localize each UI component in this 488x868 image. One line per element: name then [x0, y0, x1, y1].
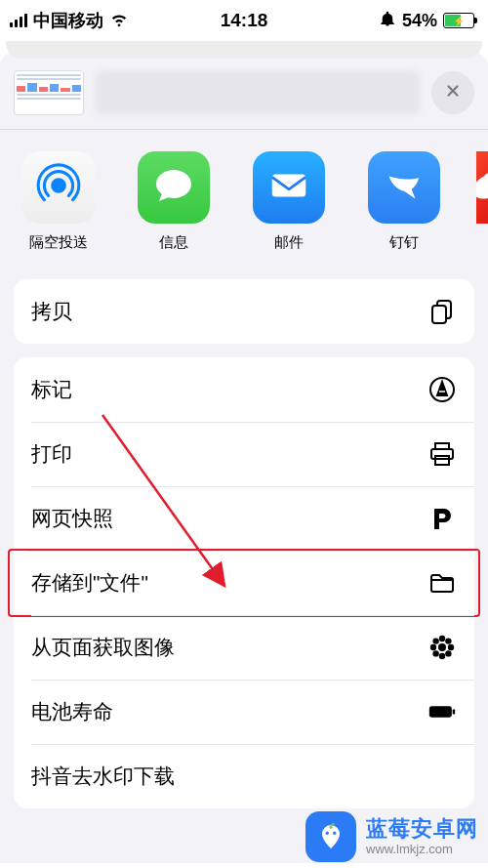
watermark: 蓝莓安卓网 www.lmkjz.com — [300, 806, 488, 868]
share-app-label: 信息 — [159, 233, 188, 252]
action-markup[interactable]: 标记 — [14, 357, 474, 422]
share-app-more[interactable] — [476, 151, 488, 252]
svg-point-0 — [53, 180, 65, 192]
close-button[interactable] — [431, 71, 474, 114]
status-time: 14:18 — [221, 10, 268, 31]
svg-point-15 — [432, 650, 438, 656]
svg-point-23 — [330, 826, 333, 829]
watermark-title: 蓝莓安卓网 — [366, 816, 478, 842]
carrier-label: 中国移动 — [33, 9, 103, 32]
dingtalk-icon — [382, 163, 427, 212]
mail-icon — [266, 163, 311, 212]
share-app-messages[interactable]: 信息 — [131, 151, 217, 252]
svg-point-10 — [439, 653, 445, 659]
print-icon — [427, 439, 457, 469]
action-group-copy: 拷贝 — [14, 279, 474, 344]
action-group-main: 标记 打印 网页快照 存储到"文件" 从页面获取图像 — [14, 357, 474, 808]
document-thumbnail — [14, 70, 84, 115]
action-label: 标记 — [31, 376, 72, 403]
svg-point-21 — [326, 832, 329, 835]
share-app-label: 邮件 — [274, 233, 304, 252]
more-icon — [427, 762, 457, 791]
document-title-redacted — [96, 71, 420, 114]
svg-rect-3 — [432, 306, 446, 323]
share-app-mail[interactable]: 邮件 — [246, 151, 332, 252]
action-web-snapshot[interactable]: 网页快照 — [14, 486, 474, 551]
background-page — [6, 41, 482, 59]
share-apps-row[interactable]: 隔空投送 信息 邮件 钉钉 — [0, 130, 488, 266]
watermark-icon — [305, 811, 356, 862]
flower-icon — [427, 633, 457, 662]
svg-point-22 — [333, 832, 336, 835]
svg-point-13 — [432, 638, 438, 643]
svg-rect-1 — [272, 175, 306, 197]
svg-point-16 — [445, 650, 451, 656]
action-douyin-download[interactable]: 抖音去水印下载 — [14, 744, 474, 808]
action-label: 存储到"文件" — [31, 569, 148, 597]
share-app-airdrop[interactable]: 隔空投送 — [16, 151, 102, 252]
close-icon — [444, 82, 462, 103]
action-label: 抖音去水印下载 — [31, 763, 175, 790]
svg-point-12 — [448, 644, 454, 650]
action-save-to-files[interactable]: 存储到"文件" — [10, 551, 478, 615]
share-app-dingtalk[interactable]: 钉钉 — [361, 151, 447, 252]
battery-icon: ⚡ — [443, 13, 474, 28]
action-label: 打印 — [31, 440, 72, 468]
action-get-images[interactable]: 从页面获取图像 — [14, 615, 474, 680]
battery-percent: 54% — [402, 11, 437, 31]
share-app-label: 钉钉 — [389, 233, 419, 252]
action-label: 从页面获取图像 — [31, 634, 175, 661]
share-header — [0, 53, 488, 129]
alarm-icon — [379, 10, 396, 32]
copy-icon — [427, 297, 457, 326]
pocket-p-icon — [427, 504, 457, 533]
airdrop-icon — [34, 161, 83, 214]
action-battery-life[interactable]: 电池寿命 — [14, 680, 474, 744]
svg-rect-18 — [453, 710, 455, 715]
action-print[interactable]: 打印 — [14, 422, 474, 486]
messages-icon — [150, 162, 197, 213]
folder-icon — [427, 568, 457, 598]
battery-full-icon — [427, 697, 457, 726]
markup-icon — [427, 375, 457, 404]
wifi-icon — [109, 9, 129, 33]
weibo-icon — [476, 163, 488, 212]
status-bar: 中国移动 14:18 54% ⚡ — [0, 0, 488, 41]
action-label: 网页快照 — [31, 505, 113, 532]
action-label: 电池寿命 — [31, 698, 113, 725]
watermark-url: www.lmkjz.com — [366, 842, 478, 857]
cellular-signal-icon — [10, 14, 27, 27]
share-sheet: 隔空投送 信息 邮件 钉钉 — [0, 53, 488, 863]
action-label: 拷贝 — [31, 298, 72, 325]
share-app-label: 隔空投送 — [29, 233, 88, 252]
svg-point-9 — [439, 636, 445, 641]
svg-point-8 — [438, 643, 446, 651]
svg-point-14 — [445, 638, 451, 643]
svg-point-11 — [430, 644, 436, 650]
action-copy[interactable]: 拷贝 — [14, 279, 474, 344]
svg-rect-7 — [435, 456, 449, 465]
svg-rect-17 — [429, 706, 452, 718]
